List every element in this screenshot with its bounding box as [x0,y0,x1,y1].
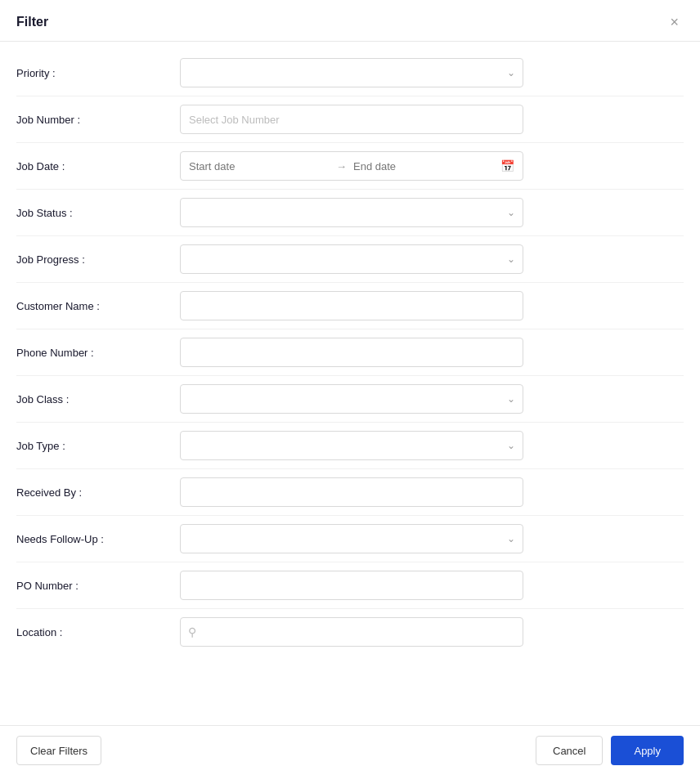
phone-number-input[interactable] [180,338,523,367]
po-number-control [180,571,523,600]
job-number-control [180,105,523,134]
location-input[interactable] [180,617,523,647]
modal-title: Filter [16,15,48,29]
job-status-row: Job Status : ⌄ [16,190,684,235]
priority-label: Priority : [16,67,180,79]
cancel-button[interactable]: Cancel [536,736,603,765]
job-type-select[interactable] [180,431,523,460]
job-progress-select-wrapper: ⌄ [180,244,523,274]
job-class-row: Job Class : ⌄ [16,376,684,422]
job-type-label: Job Type : [16,440,180,452]
received-by-label: Received By : [16,486,180,499]
job-number-row: Job Number : [16,96,684,142]
phone-number-row: Phone Number : [16,329,684,375]
footer-right-actions: Cancel Apply [536,736,684,765]
needs-followup-select[interactable] [180,524,523,553]
job-status-select[interactable] [180,198,523,227]
modal-body: Priority : ⌄ Job Number : Job Date : [0,42,700,725]
received-by-control [180,477,523,507]
job-progress-select[interactable] [180,244,523,274]
job-class-label: Job Class : [16,393,180,405]
location-label: Location : [16,626,180,638]
job-progress-row: Job Progress : ⌄ [16,236,684,282]
customer-name-input[interactable] [180,291,523,320]
received-by-row: Received By : [16,469,684,515]
priority-select-wrapper: ⌄ [180,58,523,87]
modal-footer: Clear Filters Cancel Apply [0,725,700,775]
phone-number-control [180,338,523,367]
needs-followup-label: Needs Follow-Up : [16,533,180,545]
job-date-control: → 📅 [180,151,523,181]
customer-name-row: Customer Name : [16,283,684,329]
calendar-icon: 📅 [500,159,514,172]
phone-number-label: Phone Number : [16,347,180,359]
customer-name-control [180,291,523,320]
priority-row: Priority : ⌄ [16,50,684,96]
job-class-select[interactable] [180,384,523,414]
job-class-select-wrapper: ⌄ [180,384,523,414]
received-by-input[interactable] [180,477,523,507]
job-status-label: Job Status : [16,207,180,219]
priority-control: ⌄ [180,58,523,87]
job-status-control: ⌄ [180,198,523,227]
close-button[interactable]: × [665,13,684,31]
customer-name-label: Customer Name : [16,300,180,312]
clear-filters-button[interactable]: Clear Filters [16,736,101,765]
end-date-input[interactable] [353,160,494,172]
po-number-row: PO Number : [16,562,684,608]
job-type-select-wrapper: ⌄ [180,431,523,460]
job-type-row: Job Type : ⌄ [16,423,684,468]
modal-header: Filter × [0,0,700,42]
job-progress-label: Job Progress : [16,253,180,266]
apply-button[interactable]: Apply [611,736,684,765]
job-status-select-wrapper: ⌄ [180,198,523,227]
needs-followup-select-wrapper: ⌄ [180,524,523,553]
location-control: ⚲ [180,617,523,647]
job-date-row: Job Date : → 📅 [16,143,684,189]
needs-followup-row: Needs Follow-Up : ⌄ [16,516,684,562]
start-date-input[interactable] [189,160,330,172]
job-progress-control: ⌄ [180,244,523,274]
job-date-label: Job Date : [16,160,180,172]
filter-modal: Filter × Priority : ⌄ Job Number : [0,0,700,775]
po-number-input[interactable] [180,571,523,600]
priority-select[interactable] [180,58,523,87]
job-number-label: Job Number : [16,114,180,126]
date-range-wrapper[interactable]: → 📅 [180,151,523,181]
location-wrapper: ⚲ [180,617,523,647]
job-class-control: ⌄ [180,384,523,414]
job-type-control: ⌄ [180,431,523,460]
job-number-input[interactable] [180,105,523,134]
location-row: Location : ⚲ [16,609,684,655]
date-arrow-icon: → [336,160,347,172]
needs-followup-control: ⌄ [180,524,523,553]
po-number-label: PO Number : [16,580,180,592]
